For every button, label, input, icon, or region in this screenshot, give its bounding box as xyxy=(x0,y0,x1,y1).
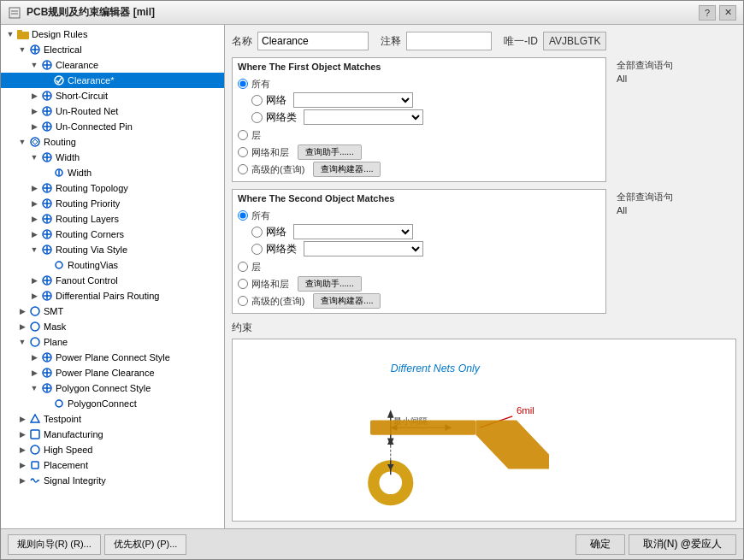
tree-item-clearance-folder[interactable]: ▼ Clearance xyxy=(1,57,224,73)
radio-first-advanced[interactable] xyxy=(238,164,248,174)
mask-icon xyxy=(28,321,42,333)
tree-item-width-rule[interactable]: Width xyxy=(1,165,224,180)
routing-topology-icon xyxy=(40,182,54,194)
uid-label: 唯一-ID xyxy=(504,34,538,49)
radio-second-layer[interactable] xyxy=(238,262,248,272)
expander-routing: ▼ xyxy=(16,136,28,148)
tree-item-routing-via-style[interactable]: ▼ Routing Via Style xyxy=(1,242,224,257)
second-netlayer-row: 网络和层 查询助手...... xyxy=(238,275,600,292)
label-routing-via-style: Routing Via Style xyxy=(54,245,127,255)
tree-item-design-rules[interactable]: ▼ Design Rules xyxy=(1,27,224,42)
tree-item-smt[interactable]: ▶ SMT xyxy=(1,304,224,319)
label-high-speed: High Speed xyxy=(42,445,93,455)
select-first-netclass[interactable] xyxy=(304,109,423,125)
cancel-button[interactable]: 取消(N) @爱应人 xyxy=(629,534,736,555)
comment-input[interactable] xyxy=(406,32,492,50)
first-query-builder-btn[interactable]: 查询构建器.... xyxy=(313,162,381,177)
radio-first-layer[interactable] xyxy=(238,130,248,140)
second-match-section: Where The Second Object Matches 所有 网络 xyxy=(232,189,606,314)
second-layer-row: 层 xyxy=(238,258,600,275)
radio-second-netclass[interactable] xyxy=(251,244,263,255)
tree-item-polygon-connect-rule[interactable]: PolygonConnect xyxy=(1,396,224,411)
first-query-sentence: 全部查询语句 All xyxy=(617,57,736,182)
tree-item-routing-topology[interactable]: ▶ Routing Topology xyxy=(1,180,224,196)
short-circuit-icon xyxy=(40,90,54,102)
tree-item-pwr-clearance[interactable]: ▶ Power Plane Clearance xyxy=(1,365,224,380)
radio-first-net[interactable] xyxy=(251,95,263,106)
tree-item-fanout-control[interactable]: ▶ Fanout Control xyxy=(1,273,224,288)
tree-item-high-speed[interactable]: ▶ High Speed xyxy=(1,442,224,457)
priority-button[interactable]: 优先权(P) (P)... xyxy=(104,534,187,555)
bottom-bar: 规则向导(R) (R)... 优先权(P) (P)... 确定 取消(N) @爱… xyxy=(1,528,743,559)
first-match-title: Where The First Object Matches xyxy=(238,62,600,72)
tree-item-clearance-active[interactable]: Clearance* xyxy=(1,73,224,88)
label-polygon-connect-rule: PolygonConnect xyxy=(66,398,137,409)
un-routed-icon xyxy=(40,105,54,117)
radio-second-netlayer[interactable] xyxy=(238,279,248,289)
label-first-net: 网络 xyxy=(266,93,286,108)
window-title: PCB规则及约束编辑器 [mil] xyxy=(27,5,155,20)
expander-routing-priority: ▶ xyxy=(28,197,40,209)
tree-item-placement[interactable]: ▶ Placement xyxy=(1,457,224,473)
pwr-clearance-icon xyxy=(40,367,54,379)
select-second-net[interactable] xyxy=(293,224,413,239)
label-clearance-folder: Clearance xyxy=(54,60,98,70)
label-pwr-clearance: Power Plane Clearance xyxy=(54,368,155,378)
tree-item-diff-pairs[interactable]: ▶ Differential Pairs Routing xyxy=(1,288,224,304)
tree-item-routing-corners[interactable]: ▶ Routing Corners xyxy=(1,227,224,242)
radio-second-net[interactable] xyxy=(251,227,263,238)
radio-first-netclass[interactable] xyxy=(251,112,263,123)
expander-fanout: ▶ xyxy=(28,274,40,286)
tree-item-testpoint[interactable]: ▶ Testpoint xyxy=(1,411,224,427)
radio-second-all[interactable] xyxy=(238,210,248,221)
tree-item-poly-connect[interactable]: ▼ Polygon Connect Style xyxy=(1,380,224,396)
svg-rect-73 xyxy=(370,421,476,435)
label-first-advanced: 高级的(查询) xyxy=(251,163,304,176)
second-query-builder-btn[interactable]: 查询构建器.... xyxy=(313,293,381,309)
tree-item-width-folder[interactable]: ▼ Width xyxy=(1,150,224,165)
tree-item-routing-layers[interactable]: ▶ Routing Layers xyxy=(1,211,224,227)
tree-item-short-circuit[interactable]: ▶ Short-Circuit xyxy=(1,88,224,103)
tree-item-manufacturing[interactable]: ▶ Manufacturing xyxy=(1,427,224,442)
name-input[interactable] xyxy=(257,32,369,50)
second-query-help-btn[interactable]: 查询助手...... xyxy=(298,276,362,292)
right-panel: 名称 注释 唯一-ID AVJBLGTK Where The First Obj… xyxy=(225,25,743,528)
testpoint-icon xyxy=(28,413,42,425)
radio-first-all[interactable] xyxy=(238,79,248,89)
tree-item-signal-integrity[interactable]: ▶ Signal Integrity xyxy=(1,473,224,488)
placement-icon xyxy=(28,459,42,471)
label-testpoint: Testpoint xyxy=(42,414,81,424)
first-query-help-btn[interactable]: 查询助手...... xyxy=(298,144,362,160)
select-first-net[interactable] xyxy=(293,92,413,108)
help-button[interactable]: ? xyxy=(699,5,716,21)
tree-item-routing-vias[interactable]: RoutingVias xyxy=(1,257,224,273)
tree-item-un-routed-net[interactable]: ▶ Un-Routed Net xyxy=(1,103,224,119)
label-short-circuit: Short-Circuit xyxy=(54,91,108,101)
expander-clearance-active xyxy=(40,74,52,86)
title-bar-left: PCB规则及约束编辑器 [mil] xyxy=(8,5,155,20)
first-match-body: 所有 网络 网络类 xyxy=(238,75,600,178)
tree-item-routing[interactable]: ▼ Routing xyxy=(1,134,224,150)
tree-item-un-connected-pin[interactable]: ▶ Un-Connected Pin xyxy=(1,119,224,134)
label-routing-corners: Routing Corners xyxy=(54,229,124,239)
second-advanced-row: 高级的(查询) 查询构建器.... xyxy=(238,292,600,309)
rule-wizard-button[interactable]: 规则向导(R) (R)... xyxy=(8,534,101,555)
tree-item-electrical[interactable]: ▼ Electrical xyxy=(1,42,224,57)
label-pwr-connect: Power Plane Connect Style xyxy=(54,352,170,363)
tree-item-mask[interactable]: ▶ Mask xyxy=(1,319,224,334)
select-second-netclass[interactable] xyxy=(304,241,423,256)
svg-point-61 xyxy=(56,400,62,407)
close-button[interactable]: ✕ xyxy=(719,5,736,21)
name-label: 名称 xyxy=(232,34,252,49)
tree-item-routing-priority[interactable]: ▶ Routing Priority xyxy=(1,196,224,211)
manufacturing-icon xyxy=(28,428,42,440)
clearance-diagram: Different Nets Only 最小间隔 6mil xyxy=(239,349,729,511)
second-net-row: 网络 xyxy=(251,224,600,239)
routing-icon xyxy=(28,136,42,148)
radio-second-advanced[interactable] xyxy=(238,296,248,306)
tree-item-pwr-connect[interactable]: ▶ Power Plane Connect Style xyxy=(1,350,224,365)
tree-item-plane[interactable]: ▼ Plane xyxy=(1,334,224,350)
second-match-wrapper: Where The Second Object Matches 所有 网络 xyxy=(232,189,606,314)
confirm-button[interactable]: 确定 xyxy=(576,534,625,555)
radio-first-netlayer[interactable] xyxy=(238,147,248,157)
